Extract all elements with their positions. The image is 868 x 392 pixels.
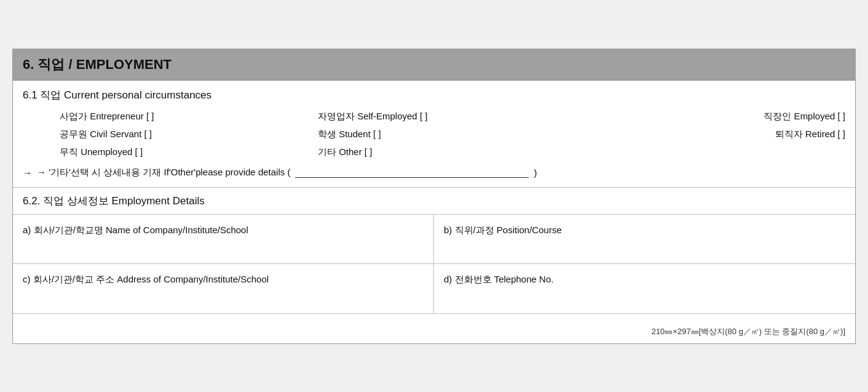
if-other-row: → → '기타'선택 시 상세내용 기재 If'Other'please pro… [23, 167, 845, 178]
student-label: 학생 Student [ ] [318, 129, 625, 140]
retired-label: 퇴직자 Retired [ ] [775, 129, 845, 140]
civil-servant-item: 공무원 Civil Servant [ ] [60, 129, 318, 140]
section-6-2-title: 6.2. 직업 상세정보 Employment Details [13, 188, 855, 215]
checkbox-row-1: 사업가 Entrepreneur [ ] 자영업자 Self-Employed … [60, 111, 845, 122]
employed-item: 직장인 Employed [ ] [625, 111, 845, 122]
checkbox-row-2: 공무원 Civil Servant [ ] 학생 Student [ ] 퇴직자… [60, 129, 845, 140]
unemployed-label: 무직 Unemployed [ ] [60, 146, 318, 158]
footer-row: 210㎜×297㎜[백상지(80 g／㎡) 또는 중질지(80 g／㎡)] [13, 314, 855, 343]
unemployed-item: 무직 Unemployed [ ] [60, 146, 318, 158]
section-6-1: 6.1 직업 Current personal circumstances 사업… [13, 81, 855, 188]
if-other-label: → '기타'선택 시 상세내용 기재 If'Other'please provi… [37, 167, 290, 178]
employed-label: 직장인 Employed [ ] [763, 111, 845, 122]
section-6-2: 6.2. 직업 상세정보 Employment Details a) 회사/기관… [13, 188, 855, 314]
self-employed-label: 자영업자 Self-Employed [ ] [318, 111, 625, 122]
student-item: 학생 Student [ ] [318, 129, 625, 140]
civil-servant-label: 공무원 Civil Servant [ ] [60, 129, 318, 140]
cell-c: c) 회사/기관/학교 주소 Address of Company/Instit… [13, 264, 434, 313]
checkbox-row-3: 무직 Unemployed [ ] 기타 Other [ ] [60, 146, 845, 158]
checkboxes-grid: 사업가 Entrepreneur [ ] 자영업자 Self-Employed … [60, 111, 845, 158]
form-container: 6. 직업 / EMPLOYMENT 6.1 직업 Current person… [12, 49, 856, 344]
retired-item: 퇴직자 Retired [ ] [625, 129, 845, 140]
entrepreneur-label: 사업가 Entrepreneur [ ] [60, 111, 318, 122]
cell-d: d) 전화번호 Telephone No. [434, 264, 855, 313]
if-other-line [295, 167, 529, 178]
if-other-close: ) [534, 167, 537, 178]
cell-b: b) 직위/과정 Position/Course [434, 215, 855, 264]
header-title: 6. 직업 / EMPLOYMENT [23, 57, 172, 72]
cell-a: a) 회사/기관/학교명 Name of Company/Institute/S… [13, 215, 434, 264]
other-item: 기타 Other [ ] [318, 146, 625, 158]
section-header: 6. 직업 / EMPLOYMENT [13, 49, 855, 81]
arrow-icon: → [23, 167, 32, 178]
self-employed-item: 자영업자 Self-Employed [ ] [318, 111, 625, 122]
footer-text: 210㎜×297㎜[백상지(80 g／㎡) 또는 중질지(80 g／㎡)] [652, 327, 845, 336]
section-6-1-title: 6.1 직업 Current personal circumstances [23, 88, 845, 102]
other-label: 기타 Other [ ] [318, 146, 625, 158]
entrepreneur-item: 사업가 Entrepreneur [ ] [60, 111, 318, 122]
detail-table: a) 회사/기관/학교명 Name of Company/Institute/S… [13, 215, 855, 313]
